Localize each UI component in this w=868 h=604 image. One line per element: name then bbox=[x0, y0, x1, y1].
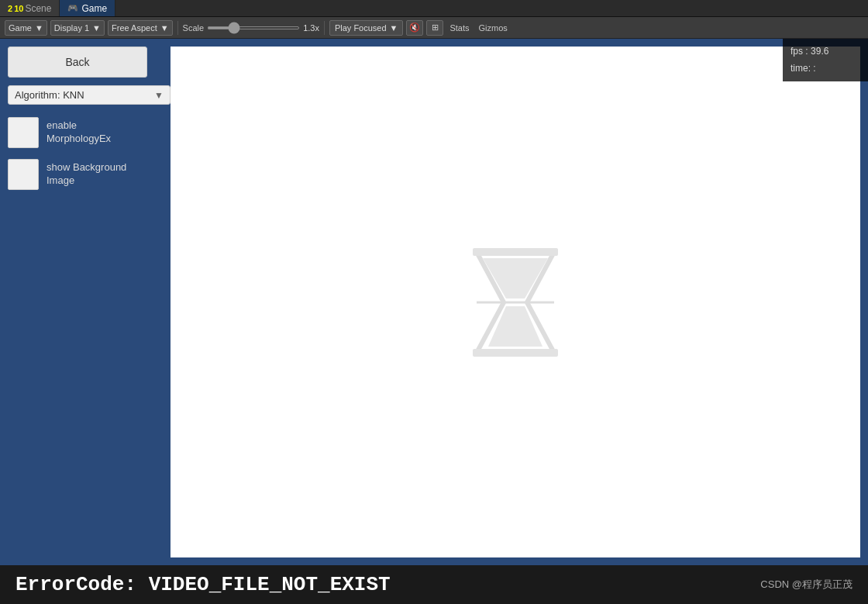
badge-2: 2 bbox=[8, 4, 12, 13]
tab-scene-label: Scene bbox=[25, 3, 51, 14]
fps-value: 39.6 bbox=[811, 46, 828, 57]
separator-1 bbox=[177, 21, 178, 35]
tab-scene[interactable]: 2 10 Scene bbox=[0, 0, 60, 16]
stats-icon-button[interactable]: ⊞ bbox=[426, 20, 443, 36]
aspect-dropdown-arrow: ▼ bbox=[160, 23, 169, 33]
game-dropdown-label: Game bbox=[9, 23, 32, 33]
fps-label: fps : bbox=[790, 46, 808, 57]
morphology-label: enableMorphologyEx bbox=[46, 119, 111, 146]
aspect-dropdown[interactable]: Free Aspect ▼ bbox=[108, 20, 173, 36]
badge-10: 10 bbox=[14, 4, 23, 13]
play-focused-button[interactable]: Play Focused ▼ bbox=[329, 20, 404, 36]
algorithm-label: Algorithm: KNN bbox=[15, 89, 84, 101]
watermark: CSDN @程序员正茂 bbox=[760, 578, 852, 592]
game-viewport bbox=[170, 47, 860, 557]
game-dropdown[interactable]: Game ▼ bbox=[5, 20, 47, 36]
algorithm-chevron-icon: ▼ bbox=[154, 90, 164, 101]
time-row: time: : bbox=[790, 60, 860, 78]
stats-panel: fps : 39.6 time: : bbox=[783, 39, 868, 81]
time-value: : bbox=[813, 63, 815, 74]
toolbar: Game ▼ Display 1 ▼ Free Aspect ▼ Scale 1… bbox=[0, 17, 868, 39]
display-dropdown[interactable]: Display 1 ▼ bbox=[50, 20, 105, 36]
game-dropdown-arrow: ▼ bbox=[35, 23, 43, 33]
hourglass-icon bbox=[469, 244, 562, 361]
tab-game-label: Game bbox=[81, 3, 107, 14]
scale-label: Scale bbox=[183, 23, 205, 33]
audio-button[interactable]: 🔇 bbox=[406, 20, 423, 36]
play-focused-label: Play Focused bbox=[335, 23, 387, 33]
display-dropdown-arrow: ▼ bbox=[92, 23, 101, 33]
tab-game[interactable]: 🎮 Game bbox=[60, 0, 115, 16]
error-bar: ErrorCode: VIDEO_FILE_NOT_EXIST CSDN @程序… bbox=[0, 565, 868, 604]
background-row: show BackgroundImage bbox=[8, 159, 155, 190]
morphology-checkbox[interactable] bbox=[8, 117, 39, 148]
game-tab-icon: 🎮 bbox=[67, 3, 78, 13]
background-checkbox[interactable] bbox=[8, 159, 39, 190]
time-label: time: bbox=[790, 63, 811, 74]
scale-slider[interactable] bbox=[207, 26, 300, 29]
back-button[interactable]: Back bbox=[8, 47, 147, 78]
background-label: show BackgroundImage bbox=[46, 161, 126, 188]
stats-button[interactable]: Stats bbox=[446, 23, 472, 33]
audio-icon: 🔇 bbox=[409, 22, 420, 33]
svg-rect-5 bbox=[473, 248, 558, 256]
main-area: fps : 39.6 time: : Back Algorithm: KNN ▼… bbox=[0, 39, 868, 565]
gizmos-button[interactable]: Gizmos bbox=[476, 23, 511, 33]
algorithm-dropdown[interactable]: Algorithm: KNN ▼ bbox=[8, 85, 170, 105]
display-dropdown-label: Display 1 bbox=[54, 23, 89, 33]
aspect-dropdown-label: Free Aspect bbox=[112, 23, 157, 33]
left-panel: Back Algorithm: KNN ▼ enableMorphologyEx… bbox=[0, 39, 163, 565]
play-focused-arrow: ▼ bbox=[390, 23, 398, 33]
scale-value: 1.3x bbox=[303, 23, 319, 33]
morphology-row: enableMorphologyEx bbox=[8, 117, 155, 148]
fps-row: fps : 39.6 bbox=[790, 43, 860, 60]
tab-bar: 2 10 Scene 🎮 Game bbox=[0, 0, 868, 17]
svg-rect-6 bbox=[473, 349, 558, 357]
separator-2 bbox=[324, 21, 325, 35]
stats-grid-icon: ⊞ bbox=[432, 22, 439, 33]
error-text: ErrorCode: VIDEO_FILE_NOT_EXIST bbox=[16, 573, 391, 596]
